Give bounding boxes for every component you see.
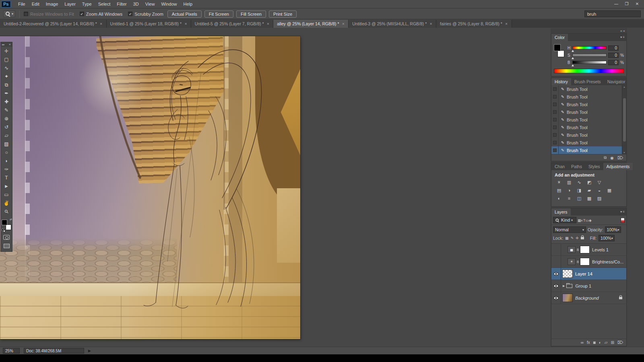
history-state-row[interactable]: ✎ Brush Tool [551,101,622,108]
filter-kind-select[interactable]: Kind ▾ [553,217,576,223]
menu-item[interactable]: Layer [61,0,79,8]
saturation-slider[interactable] [572,53,607,57]
levels-adjustment-icon[interactable]: ▅ [568,246,576,253]
slider-thumb-icon[interactable] [572,50,574,52]
history-state-row[interactable]: ✎ Brush Tool [551,116,622,123]
scroll-down-icon[interactable]: ▼ [623,151,625,154]
adjustment-exposure-icon[interactable]: ◩ [585,179,594,185]
tab-close-icon[interactable]: ✕ [342,22,345,26]
foreground-background-swatches[interactable]: ⇄ [2,220,11,230]
tool-blur-button[interactable]: ○ [1,148,12,156]
options-button[interactable]: Print Size [269,10,297,18]
tab-close-icon[interactable]: ✕ [267,22,270,26]
default-colors-icon[interactable] [3,230,5,232]
layer-row-group1[interactable]: ▶ Group 1 [551,280,626,292]
status-menu-arrow-icon[interactable]: ▶ [88,349,91,353]
tab-close-icon[interactable]: ✕ [429,22,432,26]
history-state-row[interactable]: ✎ Brush Tool [551,139,622,146]
close-icon[interactable]: ✕ [632,0,642,8]
tool-gradient-button[interactable]: ▧ [1,140,12,148]
delete-layer-icon[interactable]: ⌦ [617,340,623,345]
adjustment-color-lookup-icon[interactable]: ▦ [605,187,614,193]
layer-name[interactable]: Group 1 [575,284,591,288]
tool-quick-selection-button[interactable]: ✦ [1,72,12,80]
options-button[interactable]: Fit Screen [204,10,233,18]
color-spectrum-ramp[interactable] [554,69,624,73]
hue-value-field[interactable]: 0 [608,45,619,51]
background-color-swatch[interactable] [6,224,11,230]
checkbox-box[interactable]: ✓ [80,12,84,16]
tool-zoom-button[interactable]: ⚲ [1,207,12,216]
tab-close-icon[interactable]: ✕ [100,22,103,26]
search-input[interactable] [584,10,641,17]
tool-clone-stamp-button[interactable]: ⊕ [1,114,12,123]
history-state-row[interactable]: ✎ Brush Tool [551,131,622,139]
visibility-toggle[interactable] [551,268,561,280]
close-toolbar-icon[interactable]: ✕ [9,43,11,46]
document-tab[interactable]: alley @ 25% (Layer 14, RGB/8) * ✕ [273,20,349,28]
visibility-toggle[interactable] [551,280,561,292]
group-expander-icon[interactable]: ▶ [563,284,565,288]
tool-type-button[interactable]: T [1,173,12,182]
tool-history-brush-button[interactable]: ↺ [1,123,12,131]
panel-tab[interactable]: Brush Presets [571,78,604,85]
tab-layers[interactable]: Layers [551,208,571,216]
layer-name[interactable]: Background [575,296,599,300]
panel-tab[interactable]: Navigator [604,78,629,85]
filter-pixel-layers-icon[interactable]: ▦ [578,218,581,222]
canvas-artwork[interactable] [0,36,300,339]
layer-name[interactable]: Levels 1 [592,247,609,252]
slider-thumb-icon[interactable] [572,64,574,66]
menu-item[interactable]: Edit [29,0,43,8]
menu-item[interactable]: Image [43,0,62,8]
history-state-row[interactable]: ✎ Brush Tool [551,146,622,154]
history-source-checkbox[interactable] [551,123,559,131]
layer-name[interactable]: Layer 14 [575,272,592,276]
checkbox-box[interactable]: ✓ [128,12,132,16]
tool-dodge-button[interactable]: ◗ [1,156,12,165]
adjustment-channel-mixer-icon[interactable]: ◒ [595,187,604,193]
layer-row-background[interactable]: Background [551,292,626,304]
adjustment-black-white-icon[interactable]: ◨ [575,187,584,193]
new-document-from-state-icon[interactable]: ⧉ [604,155,607,160]
tool-eyedropper-button[interactable]: ✒ [1,89,12,97]
options-button[interactable]: Actual Pixels [167,10,202,18]
document-tab[interactable]: Untitled-3 @ 25% (MIISHULL, RGB/8) * ✕ [349,20,436,28]
lock-paint-icon[interactable]: ✎ [571,236,574,240]
adjustment-color-balance-icon[interactable]: ◑ [565,187,574,193]
checkbox-box[interactable]: ✓ [24,12,28,16]
panel-tab[interactable]: Styles [585,163,603,170]
scroll-up-icon[interactable]: ▲ [623,86,625,88]
hue-slider[interactable] [572,46,607,49]
history-source-checkbox[interactable] [551,101,559,108]
tab-close-icon[interactable]: ✕ [505,22,508,26]
scrollbar-thumb[interactable] [623,98,626,142]
tool-rectangle-shape-button[interactable]: ▭ [1,190,12,199]
menu-item[interactable]: Select [95,0,114,8]
swap-colors-icon[interactable]: ⇄ [10,218,12,221]
menu-item[interactable]: Help [180,0,196,8]
document-tab[interactable]: fairies @ 25% (Layer 8, RGB/8) * ✕ [436,20,512,28]
brightness-slider[interactable] [572,61,607,64]
history-source-checkbox[interactable] [551,85,559,93]
layer-row-layer14[interactable]: Layer 14 [551,268,626,280]
layer-row-brightness[interactable]: ☀ 8 Brightness/Co... [551,256,626,268]
history-source-checkbox[interactable] [551,93,559,101]
fill-select[interactable]: 100% ▾ [599,235,615,241]
document-tab[interactable]: Untitled-5 @ 25% (Layer 7, RGB/8) * ✕ [191,20,273,28]
document-tab[interactable]: Untitled-1 @ 25% (Layer 18, RGB/8) * ✕ [107,20,191,28]
tool-lasso-button[interactable]: ∿ [1,64,12,72]
adjustment-photo-filter-icon[interactable]: ▰ [585,187,594,193]
history-source-checkbox[interactable] [551,116,559,123]
collapse-toolbar-icon[interactable]: ▸▸ [2,43,5,46]
opacity-select[interactable]: 100% ▾ [605,226,621,233]
panel-menu-icon[interactable]: ▾ ≡ [620,210,625,214]
color-panel-swatches[interactable] [554,44,564,57]
history-state-row[interactable]: ✎ Brush Tool [551,93,622,101]
adjustment-selective-color-icon[interactable]: ▩ [585,195,594,202]
tool-brush-button[interactable]: ✎ [1,106,12,114]
history-scrollbar[interactable]: ▲ ▼ [622,85,626,154]
menu-item[interactable]: Filter [114,0,130,8]
option-checkbox[interactable]: ✓ Zoom All Windows [80,12,122,16]
layer-filtering-toggle[interactable] [621,218,625,223]
